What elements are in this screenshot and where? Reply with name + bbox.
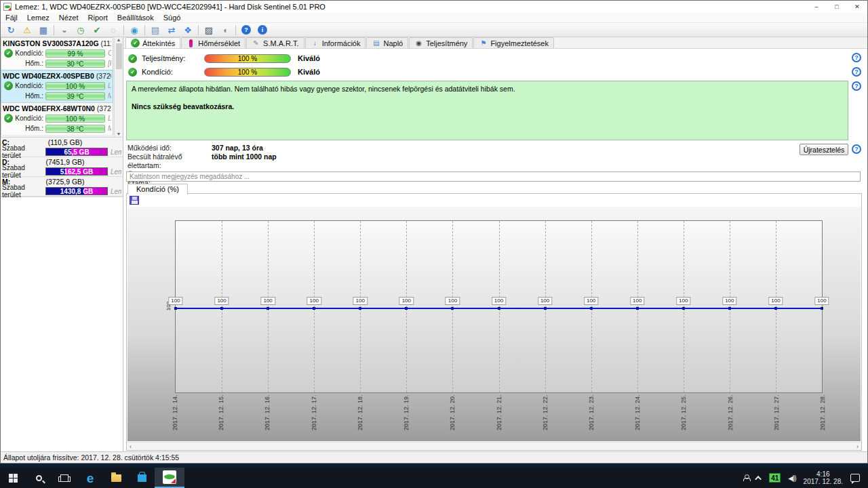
disk-search-button[interactable]: ◌ [105, 24, 121, 37]
menu-report[interactable]: Riport [83, 14, 113, 22]
info-button[interactable]: i [254, 24, 271, 37]
temperature-bar: 30 °C [45, 60, 105, 68]
temperature-tray-badge[interactable]: 41 [769, 473, 781, 483]
restore-button[interactable]: □ [827, 1, 847, 13]
taskbar-clock[interactable]: 4:16 2017. 12. 28. [804, 470, 843, 485]
disk-accept-button[interactable]: ✔ [89, 24, 105, 37]
help-icon[interactable]: ? [852, 81, 861, 91]
task-view-button[interactable] [52, 468, 77, 488]
disk-item[interactable]: WDC WD40EZRX-00SPEB0 (3726,0 GB)✓Kondíci… [1, 70, 113, 102]
performance-row: ✓ Teljesítmény: 100 % Kiváló [127, 52, 320, 64]
retest-button[interactable]: Újratesztelés [800, 144, 848, 155]
sync-button[interactable]: ⇄ [163, 24, 180, 37]
toolbar-separator [235, 25, 236, 35]
store-button[interactable] [129, 468, 155, 488]
titlebar[interactable]: Lemez: 1, WDC WD40EZRX-00SPEB0 [WD-WCC4E… [1, 1, 867, 13]
power-on-time-label: Működési idő: [127, 144, 212, 152]
disk-list-scrollbar[interactable]: ▲▼ [114, 37, 123, 137]
scroll-thumb[interactable] [116, 43, 122, 69]
speaker-icon[interactable]: ◀)) [788, 474, 795, 482]
scroll-right-icon[interactable]: › [856, 443, 859, 450]
disk-temperature-row: Hőm.:30 °C[Rendszer] [3, 58, 111, 68]
action-center-icon[interactable] [850, 474, 860, 482]
file-explorer-button[interactable] [103, 468, 129, 488]
hard-disk-sentinel-icon [163, 470, 176, 484]
tab-information[interactable]: ↓Információk [305, 37, 366, 48]
x-axis-date-label: 2017. 12. 15. [218, 395, 224, 430]
x-axis-date-label: 2017. 12. 28. [819, 395, 826, 430]
tray-expand-icon[interactable] [755, 475, 762, 482]
scroll-left-icon[interactable]: ‹ [130, 443, 132, 450]
tab-overview[interactable]: ✓Áttekintés [125, 37, 180, 48]
partition-item[interactable]: M:(3725,9 GB)Szabad terület1430,8 GBLeme… [1, 177, 123, 197]
tab-alerts[interactable]: ⚑Figyelmeztetések [473, 37, 554, 48]
menu-view[interactable]: Nézet [54, 14, 83, 22]
chart-horizontal-scrollbar[interactable]: ‹ › [127, 442, 861, 450]
hard-disk-sentinel-window: Lemez: 1, WDC WD40EZRX-00SPEB0 [WD-WCC4E… [0, 0, 868, 464]
log-button[interactable]: ▤ [147, 24, 163, 37]
scroll-down-icon[interactable]: ▼ [117, 131, 121, 136]
online-status-button[interactable]: ◉ [126, 24, 142, 37]
performance-rating: Kiváló [298, 54, 320, 62]
report-display-button[interactable]: ▦ [35, 24, 52, 37]
search-button[interactable] [26, 468, 52, 488]
point-value-label: 100 [584, 297, 598, 305]
edge-icon: e [87, 472, 94, 485]
warning-report-button[interactable]: ⚠ [19, 24, 35, 37]
condition-bar: 100 % [45, 115, 105, 123]
history-chart-panel: Kondíció (%) 100100100100100100100100100… [126, 182, 862, 451]
menu-help[interactable]: Súgó [159, 14, 186, 22]
disk-item[interactable]: WDC WD40EFRX-68WT0N0 (3726,0 GB)✓Kondíci… [1, 102, 113, 135]
point-value-label: 100 [260, 297, 275, 305]
condition-label: Kondíció: [142, 68, 204, 76]
disk-condition-row: ✓Kondíció:99 %C: [3, 48, 111, 58]
scroll-up-icon[interactable]: ▲ [117, 37, 121, 42]
sound-button[interactable]: ◖ [217, 24, 233, 37]
disk-item[interactable]: KINGSTON SV300S37A120G (111,8 GB)✓Kondíc… [1, 37, 113, 70]
info-icon: i [258, 25, 267, 35]
chart-tab-condition[interactable]: Kondíció (%) [127, 184, 188, 195]
comment-input[interactable] [126, 171, 861, 182]
smart-display-button[interactable]: ▨ [201, 24, 217, 37]
help-icon[interactable]: ? [852, 67, 861, 77]
status-bar: Állapot utoljára frissítve: 2017. 12. 28… [1, 451, 867, 463]
tab-performance[interactable]: ◉Teljesítmény [409, 37, 473, 48]
help-button[interactable]: ? [238, 24, 254, 37]
status-ok-icon: ✓ [4, 49, 13, 58]
condition-bar: 100 % [45, 82, 105, 90]
x-axis-date-label: 2017. 12. 26. [727, 395, 734, 430]
point-value-label: 100 [307, 297, 321, 305]
free-space-bar: 65,5 GB [45, 148, 108, 156]
partition-item[interactable]: C:(110,5 GB)Szabad terület65,5 GBLemez: … [1, 138, 123, 157]
edge-button[interactable]: e [77, 468, 103, 488]
save-chart-icon[interactable] [130, 196, 139, 205]
partition-item[interactable]: D:(7451,9 GB)Szabad terület5162,5 GBLeme… [1, 157, 123, 177]
network-button[interactable]: ❖ [180, 24, 196, 37]
disk-detect-button[interactable]: ◒ [56, 24, 73, 37]
start-button[interactable] [0, 468, 26, 488]
minimize-button[interactable]: – [806, 1, 827, 13]
hard-disk-sentinel-taskbar-button[interactable] [155, 468, 184, 488]
tab-temperature[interactable]: Hőmérséklet [181, 37, 245, 48]
menu-disk[interactable]: Lemez [22, 14, 54, 22]
disk-accept-icon: ✔ [94, 25, 101, 35]
disk-schedule-button[interactable]: ◷ [73, 24, 89, 37]
disk-name: WDC WD40EZRX-00SPEB0 (3726,0 GB) [3, 71, 111, 81]
help-icon[interactable]: ? [852, 53, 861, 62]
app-body: KINGSTON SV300S37A120G (111,8 GB)✓Kondíc… [1, 37, 867, 451]
tab-log[interactable]: ▤Napló [366, 37, 408, 48]
performance-label: Teljesítmény: [142, 54, 204, 62]
tab-smart[interactable]: ✎S.M.A.R.T. [246, 37, 304, 48]
disk-search-icon: ◌ [111, 25, 116, 35]
menu-settings[interactable]: Beállítások [113, 14, 159, 22]
point-value-label: 100 [399, 297, 414, 305]
people-icon[interactable] [743, 474, 749, 481]
desktop: Lemez: 1, WDC WD40EZRX-00SPEB0 [WD-WCC4E… [0, 0, 868, 488]
close-button[interactable]: ✕ [847, 1, 867, 13]
menu-file[interactable]: Fájl [1, 14, 22, 22]
refresh-button[interactable]: ↻ [3, 24, 19, 37]
online-status-icon: ◉ [130, 25, 138, 35]
x-axis-date-label: 2017. 12. 21. [496, 395, 502, 430]
help-icon[interactable]: ? [852, 144, 861, 154]
disk-name: WDC WD40EFRX-68WT0N0 (3726,0 GB) [3, 104, 111, 113]
